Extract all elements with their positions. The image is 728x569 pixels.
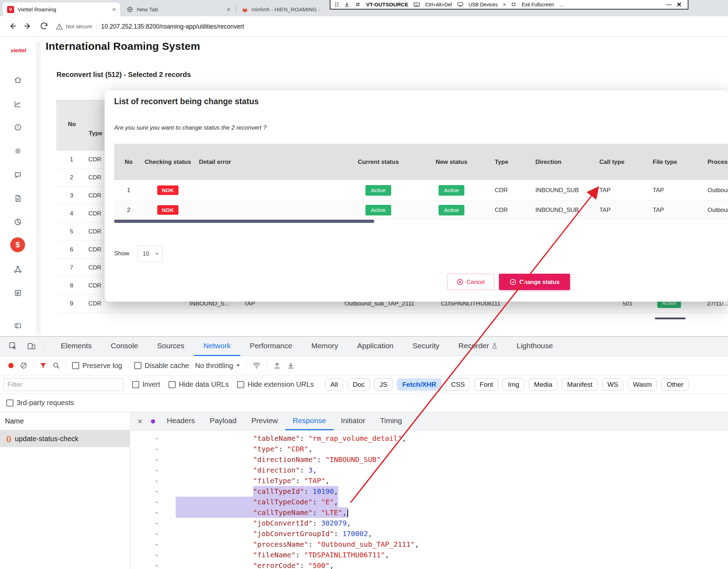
sidebar-item-logs[interactable] [10, 285, 25, 301]
grip-icon[interactable] [335, 2, 339, 7]
reload-button[interactable] [40, 22, 48, 30]
chip-js[interactable]: JS [374, 378, 393, 391]
fold-toggle[interactable]: - [154, 433, 159, 444]
chip-other[interactable]: Other [661, 378, 689, 391]
sidebar-item-documents[interactable] [10, 190, 25, 206]
fold-toggle[interactable]: - [154, 528, 159, 539]
chip-doc[interactable]: Doc [347, 378, 370, 391]
tab-response[interactable]: Response [285, 412, 334, 430]
sidebar-scrollbar[interactable] [36, 42, 41, 335]
fold-toggle[interactable]: - [154, 550, 159, 560]
tab-application[interactable]: Application [348, 337, 403, 356]
sidebar-item-settings[interactable] [10, 143, 25, 159]
browser-tab-viettel-roaming[interactable]: V Viettel Roaming × [3, 2, 120, 16]
chip-manifest[interactable]: Manifest [562, 378, 598, 391]
address-bar[interactable]: Not secure 10.207.252.135:8200/roaming-a… [56, 20, 244, 33]
change-status-button[interactable]: Change status [499, 274, 570, 290]
request-row[interactable]: {} update-status-check [0, 430, 130, 447]
page-size-select[interactable]: 10 [137, 246, 163, 262]
tab-elements[interactable]: Elements [51, 337, 101, 356]
back-button[interactable] [8, 22, 17, 31]
tab-payload[interactable]: Payload [202, 412, 244, 430]
tab-sources[interactable]: Sources [148, 337, 194, 356]
chip-css[interactable]: CSS [446, 378, 470, 391]
sidebar-item-network[interactable] [10, 261, 25, 277]
network-conditions-icon[interactable] [252, 362, 261, 369]
chip-wasm[interactable]: Wasm [628, 378, 657, 391]
requests-name-header[interactable]: Name [0, 412, 130, 430]
fold-toggle[interactable]: - [154, 444, 159, 454]
modal-table-row[interactable]: 2 NOK Active Active CDR INBOUND_SUB TAP … [114, 201, 728, 220]
fold-toggle[interactable]: - [154, 486, 159, 497]
third-party-checkbox[interactable]: 3rd-party requests [6, 399, 74, 407]
tab-initiator[interactable]: Initiator [334, 412, 373, 430]
sidebar-item-alerts[interactable] [10, 119, 25, 135]
fold-toggle[interactable]: - [154, 560, 159, 569]
tab-network[interactable]: Network [194, 337, 240, 356]
close-button[interactable]: × [677, 0, 681, 9]
chip-ws[interactable]: WS [602, 378, 624, 391]
swap-arrows-icon[interactable] [355, 2, 361, 7]
fold-toggle[interactable]: - [154, 454, 159, 465]
tab-security[interactable]: Security [403, 337, 449, 356]
usb-devices-button[interactable]: USB Devices [469, 2, 498, 7]
chip-font[interactable]: Font [474, 378, 498, 391]
sidebar-item-billing[interactable]: $ [10, 237, 25, 252]
clear-button[interactable] [20, 362, 27, 369]
fold-toggle[interactable]: - [154, 465, 159, 475]
not-secure-badge[interactable]: Not secure [56, 23, 92, 30]
record-button[interactable] [8, 362, 14, 369]
throttling-select[interactable]: No throttling [195, 362, 240, 370]
sidebar-item-reports[interactable] [10, 96, 25, 112]
device-toolbar-icon[interactable] [27, 342, 36, 351]
inspect-element-icon[interactable] [8, 342, 18, 351]
disable-cache-checkbox[interactable]: Disable cache [134, 362, 189, 370]
modal-table-row[interactable]: 1 NOK Active Active CDR INBOUND_SUB TAP … [114, 180, 728, 201]
tab-memory[interactable]: Memory [302, 337, 348, 356]
chevron-right-icon[interactable]: > [503, 2, 506, 7]
filter-toggle-button[interactable] [40, 362, 47, 369]
tab-timing[interactable]: Timing [372, 412, 409, 430]
sidebar-item-home[interactable] [10, 72, 25, 88]
fold-toggle[interactable]: - [154, 507, 159, 518]
modal-horizontal-scrollbar[interactable] [114, 220, 374, 223]
fold-toggle[interactable]: - [154, 497, 159, 507]
tab-lighthouse[interactable]: Lighthouse [507, 337, 563, 356]
filter-input[interactable] [4, 378, 124, 391]
sidebar-item-messages[interactable] [10, 167, 25, 183]
exit-fullscreen-button[interactable]: Exit Fullscreen [522, 2, 554, 7]
import-har-icon[interactable] [273, 362, 281, 369]
tab-headers[interactable]: Headers [159, 412, 202, 430]
chip-media[interactable]: Media [529, 378, 558, 391]
fold-toggle[interactable]: - [154, 475, 159, 486]
chip-img[interactable]: Img [503, 378, 524, 391]
close-detail-button[interactable]: × [130, 412, 149, 430]
tab-close-button[interactable]: × [112, 6, 116, 13]
tab-recorder[interactable]: Recorder [449, 337, 507, 356]
cancel-button[interactable]: Cancel [447, 274, 494, 290]
browser-tab-new-tab[interactable]: New Tab × [122, 2, 235, 16]
browser-tab-gitlab[interactable]: minhnh - HIEN_ROAMING · [237, 2, 336, 16]
ctrl-alt-del-button[interactable]: Ctrl+Alt+Del [425, 2, 452, 7]
more-button[interactable]: ... [559, 2, 564, 7]
hide-data-urls-checkbox[interactable]: Hide data URLs [169, 380, 229, 389]
export-har-icon[interactable] [287, 362, 295, 369]
search-icon[interactable] [53, 362, 60, 369]
table-horizontal-scrollbar[interactable] [655, 318, 686, 319]
invert-checkbox[interactable]: Invert [132, 380, 160, 389]
chip-fetch-xhr[interactable]: Fetch/XHR [397, 378, 441, 391]
sidebar-collapse-button[interactable] [10, 318, 25, 333]
fold-toggle[interactable]: - [154, 518, 159, 528]
forward-button[interactable] [23, 22, 33, 31]
minimize-button[interactable]: — [666, 1, 671, 8]
chip-all[interactable]: All [325, 378, 343, 391]
tab-performance[interactable]: Performance [240, 337, 302, 356]
pin-down-icon[interactable] [344, 2, 350, 7]
fold-toggle[interactable]: - [154, 539, 159, 550]
tab-console[interactable]: Console [101, 337, 148, 356]
tab-preview[interactable]: Preview [244, 412, 285, 430]
sidebar-item-statistics[interactable] [10, 214, 25, 230]
tab-close-button[interactable]: × [227, 6, 230, 13]
preserve-log-checkbox[interactable]: Preserve log [72, 362, 122, 370]
hide-extension-urls-checkbox[interactable]: Hide extension URLs [237, 380, 314, 389]
